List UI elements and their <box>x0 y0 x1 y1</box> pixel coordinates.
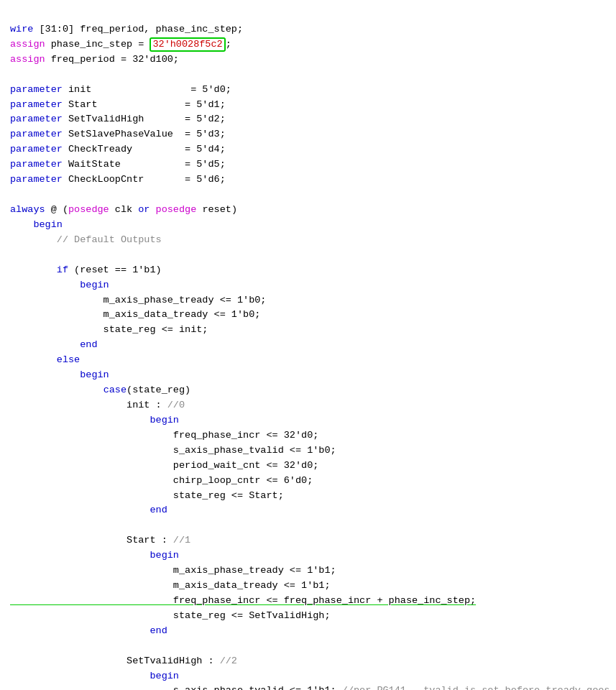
underlined-line: freq_phase_incr <= freq_phase_incr + pha… <box>10 595 476 606</box>
keyword-end-3: end <box>150 625 167 636</box>
keyword-assign-2: assign <box>10 54 45 65</box>
keyword-end-2: end <box>150 505 167 515</box>
keyword-parameter-4: parameter <box>10 129 63 139</box>
keyword-parameter-2: parameter <box>10 99 63 110</box>
keyword-begin-1: begin <box>33 219 63 230</box>
highlighted-value: 32'h0028f5c2 <box>150 37 225 52</box>
comment-0: //0 <box>167 400 185 410</box>
code-block: wire [31:0] freq_period, phase_inc_step;… <box>10 7 606 690</box>
comment-pg141: //per PG141 - tvalid is set before tread… <box>342 685 616 690</box>
keyword-always: always <box>10 204 45 215</box>
keyword-else: else <box>57 354 80 365</box>
keyword-posedge-2: posedge <box>156 204 197 215</box>
keyword-begin-3: begin <box>80 369 109 380</box>
keyword-if: if <box>57 264 68 275</box>
comment-default: // Default Outputs <box>57 234 162 245</box>
comment-1: //1 <box>173 535 190 546</box>
keyword-begin-5: begin <box>150 550 179 561</box>
keyword-posedge-1: posedge <box>68 204 109 215</box>
keyword-parameter-5: parameter <box>10 144 63 155</box>
keyword-assign-1: assign <box>10 39 45 50</box>
keyword-wire: wire <box>10 24 33 34</box>
keyword-parameter-6: parameter <box>10 159 63 170</box>
keyword-parameter-1: parameter <box>10 84 63 95</box>
keyword-begin-4: begin <box>150 415 179 426</box>
keyword-begin-6: begin <box>150 671 179 681</box>
keyword-or: or <box>138 204 150 215</box>
keyword-end-1: end <box>80 339 97 350</box>
keyword-case: case <box>104 385 127 395</box>
keyword-parameter-7: parameter <box>10 174 63 185</box>
keyword-begin-2: begin <box>80 280 109 290</box>
keyword-parameter-3: parameter <box>10 114 63 124</box>
comment-2: //2 <box>220 656 237 666</box>
